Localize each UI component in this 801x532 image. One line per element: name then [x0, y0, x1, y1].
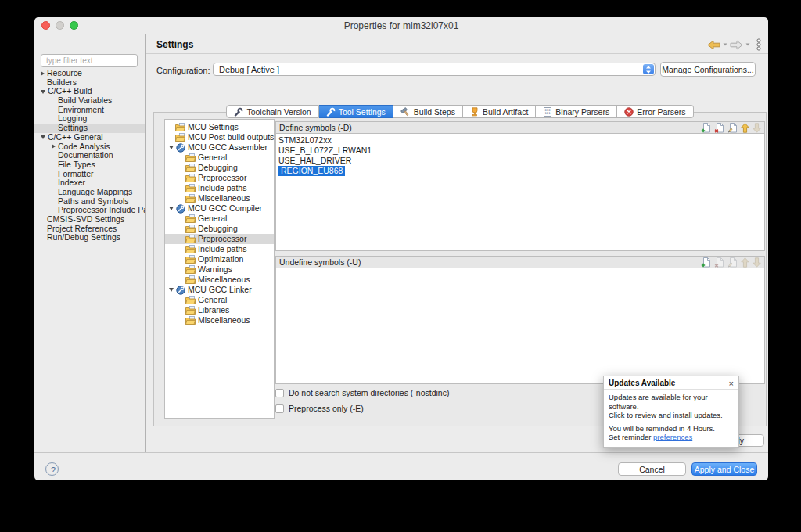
- sidebar-item-c-c-general[interactable]: C/C++ General: [34, 133, 145, 142]
- back-history-caret-icon[interactable]: [723, 43, 727, 46]
- symbol-list-item[interactable]: USE_HAL_DRIVER: [276, 156, 764, 166]
- tool-tree-item-debugging[interactable]: Debugging: [165, 224, 274, 234]
- sidebar-item-language-mappings[interactable]: Language Mappings: [34, 188, 145, 197]
- configuration-value: Debug [ Active ]: [219, 65, 279, 74]
- sidebar-item-logging[interactable]: Logging: [34, 114, 145, 124]
- delete-define-symbol-button[interactable]: [714, 123, 724, 133]
- view-menu-icon[interactable]: [756, 38, 762, 51]
- tool-tree-item-include-paths[interactable]: Include paths: [165, 244, 274, 254]
- tool-tree-item-general[interactable]: General: [165, 153, 274, 163]
- sidebar-item-cmsis-svd-settings[interactable]: CMSIS-SVD Settings: [34, 215, 145, 225]
- sidebar-item-file-types[interactable]: File Types: [34, 160, 145, 170]
- preferences-link[interactable]: preferences: [653, 433, 692, 441]
- tool-tree-item-mcu-gcc-assembler[interactable]: MCU GCC Assembler: [165, 142, 274, 153]
- folder-icon: [185, 296, 196, 304]
- tool-tree-item-preprocessor[interactable]: Preprocessor: [165, 173, 274, 183]
- collapse-icon[interactable]: [169, 146, 174, 149]
- folder-icon: [185, 255, 196, 264]
- edit-define-symbol-button[interactable]: [727, 123, 738, 133]
- apply-and-close-button[interactable]: Apply and Close: [691, 462, 757, 476]
- symbol-list-item[interactable]: REGION_EU868: [276, 166, 764, 176]
- sidebar-item-paths-and-symbols[interactable]: Paths and Symbols: [34, 197, 145, 207]
- checkbox-icon[interactable]: [275, 404, 284, 413]
- tool-tree-item-preprocessor[interactable]: Preprocessor: [165, 234, 274, 244]
- cancel-button[interactable]: Cancel: [618, 462, 686, 476]
- sidebar-item-documentation[interactable]: Documentation: [34, 151, 145, 160]
- manage-configurations-button[interactable]: Manage Configurations...: [660, 62, 756, 77]
- collapse-icon[interactable]: [169, 288, 174, 292]
- tool-tree-item-general[interactable]: General: [165, 295, 274, 305]
- tool-tree-item-include-paths[interactable]: Include paths: [165, 183, 274, 193]
- add-define-symbol-button[interactable]: [701, 123, 711, 133]
- collapse-icon[interactable]: [41, 135, 45, 139]
- tool-tree-item-mcu-gcc-compiler[interactable]: MCU GCC Compiler: [165, 203, 274, 214]
- collapse-icon[interactable]: [41, 90, 45, 94]
- updates-popup-body: Updates are available for your software.…: [604, 390, 738, 447]
- header-divider: [146, 53, 768, 54]
- checkbox-preprocess-only-e[interactable]: Preprocess only (-E): [275, 404, 449, 413]
- define-symbols-list[interactable]: STM32L072xxUSE_B_L072Z_LRWAN1USE_HAL_DRI…: [275, 134, 765, 251]
- configuration-select[interactable]: Debug [ Active ]: [213, 63, 656, 76]
- footer-divider: [34, 452, 768, 453]
- checkbox-do-not-search-system-directories-nostdinc[interactable]: Do not search system directories (-nostd…: [275, 388, 449, 397]
- symbol-list-item[interactable]: USE_B_L072Z_LRWAN1: [276, 146, 764, 156]
- tab-build-artifact[interactable]: Build Artifact: [463, 105, 536, 118]
- sidebar-item-settings[interactable]: Settings: [34, 124, 145, 133]
- select-stepper-icon[interactable]: [643, 64, 654, 74]
- sidebar-item-environment[interactable]: Environment: [34, 106, 145, 115]
- tab-tool-settings[interactable]: Tool Settings: [319, 105, 393, 118]
- back-arrow-icon[interactable]: [707, 40, 720, 50]
- move-define-symbol-up-button[interactable]: [741, 123, 749, 133]
- sidebar-item-resource[interactable]: Resource: [34, 69, 145, 78]
- sidebar-item-builders[interactable]: Builders: [34, 78, 145, 88]
- tool-tree-item-mcu-settings[interactable]: MCU Settings: [165, 122, 274, 132]
- sidebar-item-build-variables[interactable]: Build Variables: [34, 96, 145, 106]
- filter-input[interactable]: [41, 54, 138, 67]
- tool-tree-item-general[interactable]: General: [165, 214, 274, 224]
- properties-window: Properties for mlm32l07x01 ResourceBuild…: [34, 17, 768, 480]
- wrench-white-icon: [326, 107, 336, 117]
- sidebar-item-c-c-build[interactable]: C/C++ Build: [34, 87, 145, 96]
- configuration-label: Configuration:: [156, 66, 210, 75]
- sidebar-item-preprocessor-include-pat[interactable]: Preprocessor Include Pat: [34, 206, 145, 215]
- tool-tree-item-miscellaneous[interactable]: Miscellaneous: [165, 193, 274, 203]
- expand-icon[interactable]: [52, 144, 56, 149]
- add-undefine-symbol-button[interactable]: [701, 257, 711, 268]
- undefine-symbols-list[interactable]: [275, 268, 765, 384]
- forward-arrow-icon[interactable]: [730, 40, 743, 50]
- tab-toolchain-version[interactable]: Toolchain Version: [226, 105, 318, 118]
- minimize-window-button[interactable]: [56, 21, 64, 30]
- close-window-button[interactable]: [41, 21, 50, 30]
- symbol-list-item[interactable]: STM32L072xx: [276, 135, 764, 146]
- tool-icon: [176, 204, 185, 214]
- help-button[interactable]: ?: [45, 462, 59, 476]
- titlebar[interactable]: Properties for mlm32l07x01: [34, 17, 768, 34]
- zoom-window-button[interactable]: [70, 21, 78, 30]
- collapse-icon[interactable]: [169, 207, 174, 210]
- tab-error-parsers[interactable]: Error Parsers: [617, 105, 693, 118]
- sidebar-item-run-debug-settings[interactable]: Run/Debug Settings: [34, 233, 145, 243]
- binary-doc-icon: 010101: [543, 107, 552, 117]
- checkbox-icon[interactable]: [275, 389, 284, 397]
- error-icon: [624, 107, 634, 117]
- tool-tree-item-mcu-post-build-outputs[interactable]: MCU Post build outputs: [165, 132, 274, 142]
- sidebar-item-formatter[interactable]: Formatter: [34, 170, 145, 179]
- tool-tree-item-libraries[interactable]: Libraries: [165, 305, 274, 315]
- tool-tree-item-mcu-gcc-linker[interactable]: MCU GCC Linker: [165, 285, 274, 295]
- forward-history-caret-icon[interactable]: [745, 43, 750, 46]
- expand-icon[interactable]: [41, 71, 45, 76]
- properties-tree: ResourceBuildersC/C++ BuildBuild Variabl…: [34, 69, 145, 243]
- tab-build-steps[interactable]: Build Steps: [393, 105, 463, 118]
- tool-tree-item-debugging[interactable]: Debugging: [165, 163, 274, 173]
- tool-tree-item-miscellaneous[interactable]: Miscellaneous: [165, 275, 274, 285]
- folder-icon: [185, 225, 196, 233]
- tool-tree-item-optimization[interactable]: Optimization: [165, 254, 274, 264]
- sidebar-item-project-references[interactable]: Project References: [34, 225, 145, 234]
- sidebar-item-indexer[interactable]: Indexer: [34, 178, 145, 188]
- close-icon[interactable]: ×: [729, 379, 734, 387]
- folder-icon: [175, 123, 185, 131]
- tool-tree-item-miscellaneous[interactable]: Miscellaneous: [165, 315, 274, 325]
- tab-binary-parsers[interactable]: 010101Binary Parsers: [536, 105, 617, 118]
- sidebar-item-code-analysis[interactable]: Code Analysis: [34, 142, 145, 152]
- tool-tree-item-warnings[interactable]: Warnings: [165, 264, 274, 275]
